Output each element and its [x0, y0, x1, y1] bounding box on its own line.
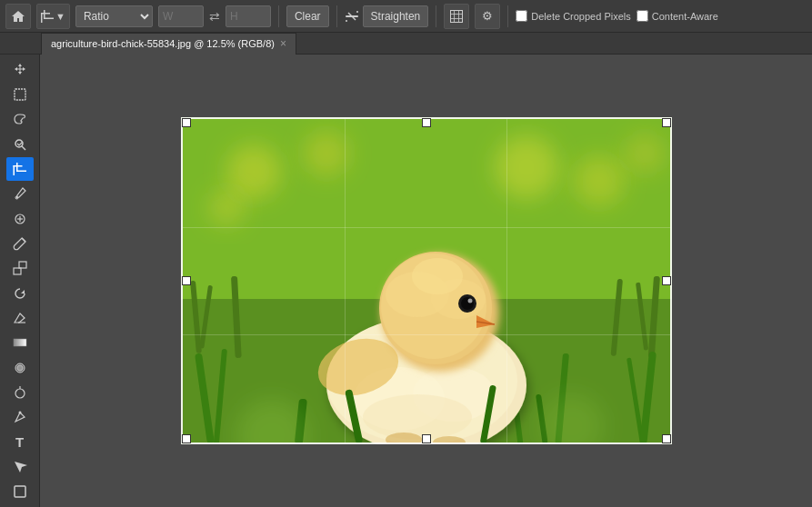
settings-button[interactable]: ⚙ — [475, 4, 500, 29]
tab-bar: agriculture-bird-chick-55834.jpg @ 12.5%… — [0, 33, 812, 55]
gradient-button[interactable] — [6, 332, 34, 354]
dodge-icon — [13, 385, 27, 400]
blur-icon — [13, 361, 27, 375]
content-aware-checkbox[interactable] — [637, 10, 648, 22]
eraser-icon — [13, 311, 27, 325]
width-input[interactable] — [158, 5, 204, 27]
crop-tool-label: ▼ — [55, 11, 65, 22]
grid-icon — [450, 10, 463, 23]
separator-1 — [278, 5, 279, 27]
svg-line-14 — [22, 146, 25, 150]
document-tab[interactable]: agriculture-bird-chick-55834.jpg @ 12.5%… — [41, 33, 296, 55]
quick-select-icon — [13, 137, 27, 152]
svg-point-33 — [18, 412, 21, 414]
height-input[interactable] — [226, 5, 271, 27]
image-container[interactable] — [181, 117, 672, 444]
move-tool-icon — [13, 63, 27, 77]
svg-rect-7 — [451, 10, 463, 22]
svg-rect-3 — [41, 13, 50, 15]
straighten-button[interactable]: Straighten — [363, 5, 429, 27]
canvas-image — [181, 117, 672, 444]
tab-close-button[interactable]: × — [280, 38, 286, 49]
clear-button[interactable]: Clear — [286, 5, 329, 27]
eyedropper-button[interactable] — [6, 183, 34, 205]
svg-line-23 — [22, 238, 25, 242]
svg-point-72 — [467, 299, 472, 303]
straighten-group: Straighten — [345, 5, 429, 27]
svg-point-39 — [574, 155, 625, 206]
crop-tool-icon — [13, 162, 27, 176]
pen-icon — [13, 410, 27, 424]
path-selection-button[interactable] — [6, 455, 34, 478]
canvas-area[interactable] — [40, 55, 812, 507]
svg-rect-1 — [44, 17, 54, 19]
chick-scene-svg — [181, 117, 672, 444]
type-icon: T — [15, 434, 24, 450]
svg-rect-2 — [41, 13, 43, 23]
svg-point-38 — [495, 135, 558, 199]
eyedropper-icon — [13, 186, 27, 201]
svg-point-71 — [461, 297, 474, 310]
separator-3 — [436, 5, 436, 27]
shape-tool-button[interactable] — [6, 481, 34, 503]
delete-cropped-pixels-group[interactable]: Delete Cropped Pixels — [516, 10, 630, 22]
main-toolbar: ▼ RatioW x H x ResolutionOriginal Ratio1… — [0, 0, 812, 33]
crop-tool-dropdown[interactable]: ▼ — [36, 4, 70, 29]
svg-rect-25 — [19, 262, 26, 268]
lasso-tool-button[interactable] — [6, 108, 34, 131]
marquee-tool-button[interactable] — [6, 83, 34, 105]
history-brush-icon — [13, 286, 27, 301]
clone-stamp-icon — [13, 261, 27, 275]
left-toolbar: T — [0, 55, 40, 507]
gradient-icon — [13, 335, 27, 350]
quick-select-button[interactable] — [6, 133, 34, 155]
svg-rect-16 — [16, 170, 26, 172]
delete-cropped-pixels-label: Delete Cropped Pixels — [531, 11, 630, 22]
svg-rect-6 — [356, 11, 358, 13]
shape-icon — [13, 484, 27, 499]
ratio-select[interactable]: RatioW x H x ResolutionOriginal Ratio1:1… — [75, 5, 153, 27]
tab-label: agriculture-bird-chick-55834.jpg @ 12.5%… — [51, 38, 275, 49]
pen-tool-button[interactable] — [6, 406, 34, 429]
lasso-tool-icon — [13, 112, 27, 126]
home-button[interactable] — [5, 4, 31, 29]
eraser-button[interactable] — [6, 306, 34, 329]
move-tool-button[interactable] — [6, 58, 34, 81]
svg-marker-26 — [21, 290, 25, 293]
canvas-background — [40, 55, 812, 507]
straighten-icon — [345, 9, 359, 24]
svg-point-69 — [412, 258, 463, 294]
svg-rect-12 — [15, 89, 25, 100]
svg-point-40 — [625, 134, 665, 174]
svg-point-36 — [226, 144, 281, 199]
content-aware-group[interactable]: Content-Aware — [637, 10, 718, 22]
svg-point-41 — [208, 190, 245, 226]
type-tool-button[interactable]: T — [6, 431, 34, 453]
svg-rect-18 — [13, 165, 22, 167]
blur-button[interactable] — [6, 356, 34, 379]
clone-stamp-button[interactable] — [6, 257, 34, 280]
content-aware-label: Content-Aware — [652, 11, 718, 22]
svg-rect-24 — [14, 268, 21, 274]
delete-cropped-pixels-checkbox[interactable] — [516, 10, 527, 22]
crop-tool-button[interactable] — [6, 157, 34, 180]
brush-tool-button[interactable] — [6, 232, 34, 254]
separator-4 — [507, 5, 508, 27]
swap-dimensions-button[interactable]: ⇄ — [209, 9, 220, 24]
svg-point-63 — [363, 394, 472, 440]
settings-icon: ⚙ — [482, 9, 493, 23]
crop-icon — [41, 10, 54, 23]
healing-brush-button[interactable] — [6, 207, 34, 230]
svg-point-37 — [304, 131, 349, 176]
healing-brush-icon — [13, 212, 27, 226]
svg-rect-34 — [15, 486, 25, 497]
main-area: T — [0, 55, 812, 507]
path-selection-icon — [13, 460, 27, 474]
separator-2 — [336, 5, 337, 27]
dodge-button[interactable] — [6, 381, 34, 403]
grid-overlay-button[interactable] — [444, 4, 469, 29]
history-brush-button[interactable] — [6, 282, 34, 304]
svg-point-31 — [15, 389, 25, 398]
marquee-tool-icon — [13, 87, 27, 102]
svg-rect-5 — [346, 20, 347, 22]
